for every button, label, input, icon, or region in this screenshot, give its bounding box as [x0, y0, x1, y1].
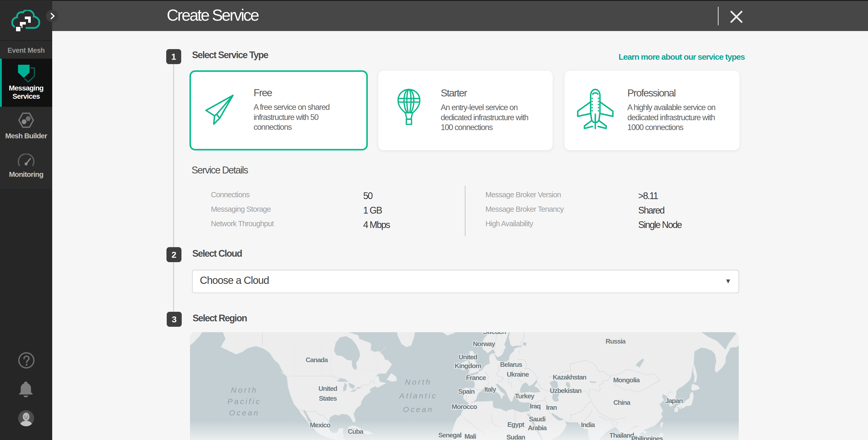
- svg-text:Spain: Spain: [458, 387, 474, 395]
- svg-text:France: France: [466, 374, 486, 382]
- svg-text:Sudan: Sudan: [506, 433, 525, 440]
- svg-text:India: India: [581, 421, 595, 429]
- svg-text:Kazakhstan: Kazakhstan: [553, 373, 586, 381]
- svg-text:Iraq: Iraq: [530, 402, 540, 410]
- svg-text:Mongolia: Mongolia: [613, 376, 640, 384]
- svg-text:Russia: Russia: [606, 337, 626, 345]
- svg-text:United: United: [318, 385, 337, 392]
- svg-text:Belarus: Belarus: [500, 360, 522, 368]
- svg-text:China: China: [613, 399, 631, 406]
- svg-text:Arabia: Arabia: [528, 424, 547, 432]
- svg-text:Norway: Norway: [473, 340, 496, 348]
- svg-text:Italy: Italy: [485, 385, 497, 393]
- svg-text:Morocco: Morocco: [452, 403, 477, 411]
- svg-text:Uzbekistan: Uzbekistan: [550, 387, 582, 395]
- svg-text:Ocean: Ocean: [229, 408, 259, 417]
- svg-text:Philippines: Philippines: [631, 435, 663, 440]
- svg-text:Senegal: Senegal: [438, 431, 461, 439]
- svg-text:Ukraine: Ukraine: [507, 371, 529, 378]
- svg-text:Ocean: Ocean: [403, 405, 433, 414]
- svg-text:Thailand: Thailand: [610, 432, 634, 439]
- svg-text:Egypt: Egypt: [507, 420, 525, 428]
- svg-text:States: States: [319, 395, 337, 402]
- svg-text:Kingdom: Kingdom: [455, 362, 481, 370]
- svg-text:Mexico: Mexico: [310, 421, 330, 429]
- svg-text:Iran: Iran: [546, 404, 557, 411]
- svg-text:Turkey: Turkey: [515, 392, 534, 400]
- svg-text:Cuba: Cuba: [348, 428, 364, 435]
- svg-text:Saudi: Saudi: [529, 415, 546, 423]
- svg-text:North: North: [405, 378, 431, 386]
- svg-text:Atlantic: Atlantic: [399, 391, 437, 400]
- svg-text:North: North: [231, 386, 257, 394]
- svg-text:Sweden: Sweden: [483, 332, 506, 336]
- svg-text:Pacific: Pacific: [227, 397, 261, 406]
- svg-text:Canada: Canada: [306, 356, 328, 364]
- svg-text:Japan: Japan: [665, 397, 683, 405]
- svg-text:United: United: [459, 353, 477, 361]
- svg-text:Mali: Mali: [465, 433, 476, 440]
